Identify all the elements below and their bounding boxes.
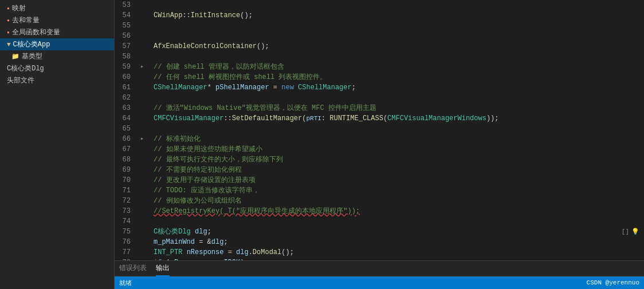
line-arrow[interactable]: ▸: [138, 62, 147, 72]
code-line-58: 58: [115, 52, 644, 62]
line-number: 77: [115, 247, 138, 258]
line-number: 62: [115, 93, 138, 103]
code-line-70: 70// 更改用于存储设置的注册表项: [115, 175, 644, 185]
line-number: 53: [115, 0, 138, 10]
code-editor[interactable]: 5354CWinApp::InitInstance();555657AfxEna…: [115, 0, 644, 260]
sidebar-item-label: 头部文件: [7, 76, 34, 85]
line-content: // 最终可执行文件的大小，则应移除下列: [149, 155, 644, 165]
line-number: 66: [115, 134, 138, 144]
sidebar-item-map[interactable]: ● 映射: [0, 2, 114, 14]
code-line-62: 62: [115, 93, 644, 103]
line-content: // 更改用于存储设置的注册表项: [149, 175, 644, 185]
line-content: CShellManager* pShellManager = new CShel…: [149, 82, 644, 93]
line-number: 76: [115, 237, 138, 247]
sidebar-item-label: 去和常量: [12, 15, 40, 25]
code-line-59: 59▸// 创建 shell 管理器，以防对话框包含: [115, 62, 644, 72]
line-content: // 任何 shell 树视图控件或 shell 列表视图控件。: [149, 72, 644, 82]
line-number: 69: [115, 165, 138, 175]
code-line-69: 69// 不需要的特定初始化例程: [115, 165, 644, 175]
code-line-72: 72// 例如修改为公司或组织名: [115, 196, 644, 206]
code-line-65: 65: [115, 124, 644, 134]
sidebar-item-basetype[interactable]: 📁 基类型: [0, 50, 114, 62]
editor-area: 5354CWinApp::InitInstance();555657AfxEna…: [115, 0, 644, 289]
code-line-77: 77INT_PTR nResponse = dlg.DoModal();: [115, 247, 644, 258]
line-content: INT_PTR nResponse = dlg.DoModal();: [149, 247, 644, 258]
bulb-icon[interactable]: 💡: [631, 227, 639, 237]
code-line-75: 75C核心类Dlg dlg;[]💡: [115, 227, 644, 237]
line-content: // 不需要的特定初始化例程: [149, 165, 644, 175]
line-number: 67: [115, 144, 138, 155]
line-number: 72: [115, 196, 138, 206]
sidebar-item-header[interactable]: 头部文件: [0, 74, 114, 86]
line-number: 61: [115, 82, 138, 93]
line-content: // 例如修改为公司或组织名: [149, 196, 644, 206]
line-content: C核心类Dlg dlg;: [149, 227, 622, 237]
code-line-53: 53: [115, 0, 644, 10]
sidebar-item-label: 全局函数和变量: [12, 27, 60, 37]
code-line-66: 66▸// 标准初始化: [115, 134, 644, 144]
folder-icon: 📁: [11, 53, 19, 60]
code-line-67: 67// 如果未使用这些功能并希望减小: [115, 144, 644, 155]
line-number: 54: [115, 10, 138, 21]
sidebar-item-const[interactable]: ● 去和常量: [0, 14, 114, 26]
line-arrow[interactable]: ▸: [138, 134, 147, 144]
line-number: 73: [115, 206, 138, 216]
code-line-64: 64CMFCVisualManager::SetDefaultManager(p…: [115, 113, 644, 124]
line-number: 71: [115, 185, 138, 196]
line-content: // 标准初始化: [149, 134, 644, 144]
code-line-60: 60// 任何 shell 树视图控件或 shell 列表视图控件。: [115, 72, 644, 82]
folder-icon: ▼: [7, 41, 11, 48]
code-lines: 5354CWinApp::InitInstance();555657AfxEna…: [115, 0, 644, 260]
line-content: // 如果未使用这些功能并希望减小: [149, 144, 644, 155]
line-number: 56: [115, 31, 138, 41]
dot-icon: ●: [7, 18, 10, 23]
line-content: // TODO: 应适当修改该字符串，: [149, 185, 644, 196]
line-number: 57: [115, 41, 138, 52]
code-line-73: 73//SetRegistryKey(_T("应用程序向导生成的本地应用程序")…: [115, 206, 644, 216]
line-content: m_pMainWnd = &dlg;: [149, 237, 644, 247]
bracket-icon: []: [622, 227, 629, 237]
tab-errors[interactable]: 错误列表: [119, 261, 147, 276]
line-number: 64: [115, 113, 138, 124]
status-right: CSDN @yerennuo: [587, 279, 639, 286]
code-line-56: 56: [115, 31, 644, 41]
sidebar-item-label: 映射: [12, 3, 26, 13]
line-number: 75: [115, 227, 138, 237]
code-line-68: 68// 最终可执行文件的大小，则应移除下列: [115, 155, 644, 165]
code-line-61: 61CShellManager* pShellManager = new CSh…: [115, 82, 644, 93]
sidebar-item-label: 基类型: [22, 52, 42, 61]
status-bar: 就绪 CSDN @yerennuo: [115, 276, 644, 289]
sidebar-item-label: C核心类App: [13, 39, 50, 49]
code-line-71: 71// TODO: 应适当修改该字符串，: [115, 185, 644, 196]
line-content: CWinApp::InitInstance();: [149, 10, 644, 21]
dot-icon: ●: [7, 30, 10, 35]
line-number: 55: [115, 21, 138, 31]
watermark-text: CSDN @yerennuo: [587, 279, 639, 286]
bottom-panel: 错误列表 输出: [115, 260, 644, 276]
line-content: // 激活"Windows Native"视觉管理器，以便在 MFC 控件中启用…: [149, 103, 644, 113]
line-number: 58: [115, 52, 138, 62]
line-content: // 创建 shell 管理器，以防对话框包含: [149, 62, 644, 72]
sidebar-item-globals[interactable]: ● 全局函数和变量: [0, 26, 114, 38]
line-number: 59: [115, 62, 138, 72]
line-number: 65: [115, 124, 138, 134]
code-line-74: 74: [115, 216, 644, 227]
code-line-76: 76m_pMainWnd = &dlg;: [115, 237, 644, 247]
line-content: //SetRegistryKey(_T("应用程序向导生成的本地应用程序"));: [149, 206, 644, 216]
code-line-54: 54CWinApp::InitInstance();: [115, 10, 644, 21]
line-content: AfxEnableControlContainer();: [149, 41, 644, 52]
code-line-63: 63// 激活"Windows Native"视觉管理器，以便在 MFC 控件中…: [115, 103, 644, 113]
sidebar-item-app[interactable]: ▼ C核心类App: [0, 38, 114, 50]
line-content: CMFCVisualManager::SetDefaultManager(pRT…: [149, 113, 644, 124]
sidebar: ● 映射 ● 去和常量 ● 全局函数和变量 ▼ C核心类App 📁 基类型 C核…: [0, 0, 115, 289]
dot-icon: ●: [7, 6, 10, 11]
line-number: 68: [115, 155, 138, 165]
code-line-55: 55: [115, 21, 644, 31]
code-line-57: 57AfxEnableControlContainer();: [115, 41, 644, 52]
line-number: 74: [115, 216, 138, 227]
tab-output[interactable]: 输出: [156, 261, 170, 276]
sidebar-item-dlg[interactable]: C核心类Dlg: [0, 62, 114, 74]
sidebar-item-label: C核心类Dlg: [7, 64, 44, 73]
line-extras: []💡: [622, 227, 644, 237]
line-number: 63: [115, 103, 138, 113]
